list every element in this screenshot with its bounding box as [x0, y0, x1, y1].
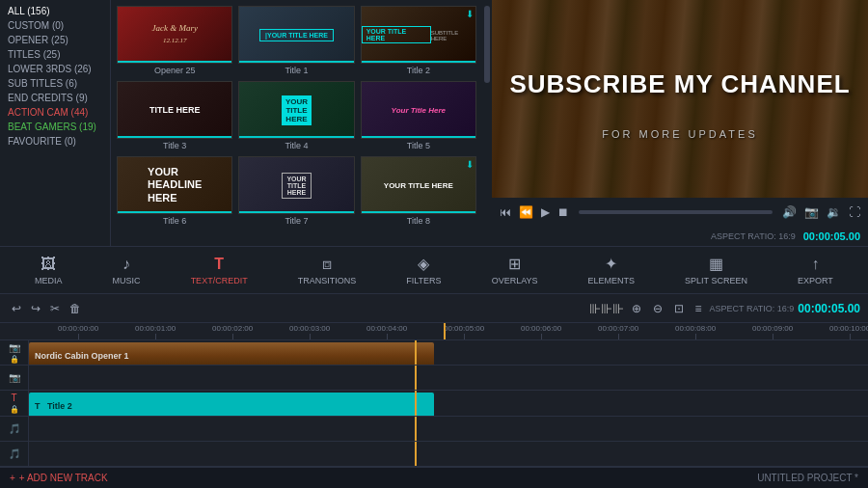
toolbar-textcredit[interactable]: T TEXT/CREDIT — [183, 252, 256, 289]
audio2-track-row: 🎵 — [0, 442, 868, 467]
add-track-button[interactable]: + + ADD NEW TRACK — [10, 473, 108, 483]
list-item[interactable]: YOURTITLEHERE Title 4 — [238, 81, 354, 150]
camera-button[interactable]: 📷 — [802, 203, 821, 221]
sidebar-item-all[interactable]: ALL (156) — [0, 4, 110, 18]
list-item[interactable]: |YOUR TITLE HERE Title 1 — [238, 6, 354, 75]
media-grid: Jack & Mary12.12.17 Opener 25 |YOUR TITL… — [111, 0, 482, 246]
preview-panel: SUBSCRIBE MY CHANNEL FOR MORE UPDATES ⏮ … — [492, 0, 868, 246]
sidebar-item-opener[interactable]: OPENER (25) — [0, 33, 110, 47]
sidebar-item-endcredits[interactable]: END CREDITS (9) — [0, 91, 110, 105]
media-label: Title 2 — [361, 66, 476, 75]
transitions-icon: ⧈ — [322, 256, 332, 273]
sidebar-item-titles[interactable]: TITLES (25) — [0, 47, 110, 62]
export-icon: ↑ — [811, 256, 819, 273]
timeline-fit[interactable]: ⊡ — [670, 300, 688, 317]
video-track-content[interactable]: Nordic Cabin Opener 1 — [29, 340, 868, 365]
sidebar-item-beatgamers[interactable]: BEAT GAMERS (19) — [0, 120, 110, 134]
undo-button[interactable]: ↩ — [8, 300, 25, 317]
media-thumb: ⬇ YOUR TITLE HERE — [361, 156, 476, 214]
media-thumb: Your Title Here — [361, 81, 476, 139]
cut-button[interactable]: ✂ — [46, 300, 64, 317]
bottom-bar: + + ADD NEW TRACK UNTITLED PROJECT * — [0, 467, 868, 488]
list-item[interactable]: Your Title Here Title 5 — [361, 81, 476, 150]
timecode-display: 00:00:05.00 — [803, 230, 860, 242]
empty-track-content[interactable] — [29, 366, 868, 390]
sidebar-item-subtitles[interactable]: SUB TITLES (6) — [0, 76, 110, 91]
overlays-icon: ⊞ — [508, 255, 521, 273]
preview-sub-text: FOR MORE UPDATES — [602, 128, 757, 140]
stop-button[interactable]: ⏹ — [556, 203, 571, 221]
preview-controls: ⏮ ⏪ ▶ ⏹ 🔊 📷 🔉 ⛶ — [492, 198, 868, 227]
sidebar-item-actioncam[interactable]: ACTION CAM (44) — [0, 105, 110, 120]
sidebar-item-custom[interactable]: CUSTOM (0) — [0, 18, 110, 33]
step-back-button[interactable]: ⏪ — [517, 203, 535, 221]
sidebar-item-lower3rds[interactable]: LOWER 3RDS (26) — [0, 62, 110, 76]
toolbar-media[interactable]: 🖼 MEDIA — [27, 252, 70, 289]
audio-button[interactable]: 🔉 — [825, 203, 843, 221]
toolbar-transitions-label: TRANSITIONS — [298, 276, 357, 285]
ruler-mark: 00:00:00:00 — [58, 324, 98, 339]
list-item[interactable]: YOURTITLEHERE Title 7 — [238, 156, 354, 226]
toolbar-splitscreen[interactable]: ▦ SPLIT SCREEN — [677, 251, 755, 289]
toolbar-export[interactable]: ↑ EXPORT — [790, 252, 841, 289]
ruler-mark: 00:00:08:00 — [675, 324, 716, 339]
timeline-more[interactable]: ≡ — [692, 300, 706, 317]
redo-button[interactable]: ↪ — [27, 300, 44, 317]
playhead-line-3 — [415, 391, 417, 415]
list-item[interactable]: TITLE HERE Title 3 — [117, 81, 232, 150]
empty-track-controls: 📷 — [0, 366, 29, 390]
list-item[interactable]: ⬇ YOUR TITLE HERE SUBTITLE HERE Title 2 — [361, 6, 476, 75]
timeline-zoom-out[interactable]: ⊖ — [649, 300, 666, 317]
timeline-header: ↩ ↪ ✂ 🗑 ⊪⊪⊪ ⊕ ⊖ ⊡ ≡ ASPECT RATIO: 16:9 0… — [0, 294, 868, 323]
toolbar-music-label: MUSIC — [113, 276, 141, 285]
toolbar-music[interactable]: ♪ MUSIC — [105, 252, 149, 289]
toolbar-textcredit-label: TEXT/CREDIT — [191, 276, 248, 285]
toolbar-overlays[interactable]: ⊞ OVERLAYS — [484, 251, 546, 289]
sidebar-item-favourite[interactable]: FAVOURITE (0) — [0, 134, 110, 149]
media-label: Title 6 — [117, 216, 232, 226]
toolbar-elements-label: ELEMENTS — [588, 276, 636, 285]
audio1-track-content[interactable] — [29, 417, 868, 441]
timeline-controls-left: ↩ ↪ ✂ 🗑 — [8, 300, 85, 317]
timeline-tracks: 📷 🔒 Nordic Cabin Opener 1 📷 T 🔒 T Title … — [0, 340, 868, 467]
ruler-mark: 00:00:09:00 — [752, 324, 793, 339]
toolbar-transitions[interactable]: ⧈ TRANSITIONS — [290, 252, 365, 289]
list-item[interactable]: Jack & Mary12.12.17 Opener 25 — [117, 6, 232, 75]
empty-track-row: 📷 — [0, 366, 868, 391]
playhead-line — [415, 340, 417, 365]
scroll-thumb — [484, 6, 490, 83]
audio2-track-content[interactable] — [29, 442, 868, 466]
title-track-row: T 🔒 T Title 2 — [0, 391, 868, 416]
title-track-content[interactable]: T Title 2 — [29, 391, 868, 415]
toolbar-elements[interactable]: ✦ ELEMENTS — [581, 251, 643, 289]
video-track-controls: 📷 🔒 — [0, 340, 29, 365]
progress-bar[interactable] — [579, 210, 773, 214]
toolbar-overlays-label: OVERLAYS — [492, 276, 538, 285]
fullscreen-button[interactable]: ⛶ — [847, 203, 862, 221]
text-track-icon: T — [11, 393, 16, 403]
play-button[interactable]: ▶ — [539, 203, 552, 221]
media-label: Title 3 — [117, 141, 232, 150]
add-track-icon: + — [10, 473, 15, 483]
toolbar-filters-label: FILTERS — [406, 276, 441, 285]
skip-start-button[interactable]: ⏮ — [498, 203, 513, 221]
list-item[interactable]: ⬇ YOUR TITLE HERE Title 8 — [361, 156, 476, 226]
video-lock-icon: 🔒 — [10, 355, 19, 364]
toolbar-filters[interactable]: ◈ FILTERS — [398, 251, 448, 289]
delete-button[interactable]: 🗑 — [66, 300, 85, 317]
video-clip[interactable]: Nordic Cabin Opener 1 — [29, 342, 434, 365]
media-label: Title 7 — [238, 216, 354, 226]
elements-icon: ✦ — [605, 255, 617, 273]
volume-button[interactable]: 🔊 — [780, 203, 799, 221]
left-panel: ALL (156) CUSTOM (0) OPENER (25) TITLES … — [0, 0, 111, 246]
ruler-mark: 00:00:06:00 — [521, 324, 561, 339]
title-clip[interactable]: T Title 2 — [29, 393, 434, 415]
timeline-zoom-in[interactable]: ⊕ — [628, 300, 645, 317]
grid-scrollbar[interactable] — [482, 0, 492, 246]
video-track-icon: 📷 — [9, 342, 20, 353]
media-icon: 🖼 — [41, 256, 56, 273]
timeline-time-display: ⊪⊪⊪ ⊕ ⊖ ⊡ ≡ ASPECT RATIO: 16:9 00:00:05.… — [589, 300, 860, 317]
list-item[interactable]: YOURHEADLINEHERE Title 6 — [117, 156, 232, 226]
playhead-line-2 — [415, 366, 417, 390]
title-track-controls: T 🔒 — [0, 391, 29, 415]
